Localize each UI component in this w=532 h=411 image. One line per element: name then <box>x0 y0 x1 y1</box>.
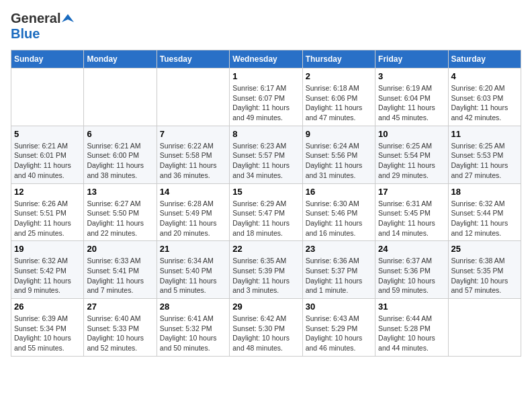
calendar-cell <box>157 68 229 126</box>
calendar-cell: 20Sunrise: 6:33 AM Sunset: 5:41 PM Dayli… <box>84 241 157 299</box>
day-info: Sunrise: 6:19 AM Sunset: 6:04 PM Dayligh… <box>378 83 445 123</box>
calendar-cell: 28Sunrise: 6:41 AM Sunset: 5:32 PM Dayli… <box>157 299 229 357</box>
logo-bird-icon <box>62 13 74 25</box>
day-number: 15 <box>232 187 299 197</box>
calendar-cell <box>11 68 84 126</box>
calendar-cell: 31Sunrise: 6:44 AM Sunset: 5:28 PM Dayli… <box>375 299 448 357</box>
calendar-cell: 10Sunrise: 6:25 AM Sunset: 5:54 PM Dayli… <box>375 126 448 183</box>
day-number: 18 <box>451 187 518 197</box>
day-info: Sunrise: 6:40 AM Sunset: 5:33 PM Dayligh… <box>87 314 153 353</box>
day-number: 19 <box>14 244 81 254</box>
calendar-table: SundayMondayTuesdayWednesdayThursdayFrid… <box>11 50 521 357</box>
calendar-week-row: 19Sunrise: 6:32 AM Sunset: 5:42 PM Dayli… <box>11 241 521 299</box>
day-info: Sunrise: 6:25 AM Sunset: 5:54 PM Dayligh… <box>378 141 445 181</box>
calendar-week-row: 12Sunrise: 6:26 AM Sunset: 5:51 PM Dayli… <box>11 183 521 241</box>
day-number: 29 <box>232 302 299 312</box>
weekday-header: Thursday <box>302 50 375 68</box>
day-info: Sunrise: 6:21 AM Sunset: 6:00 PM Dayligh… <box>87 141 153 181</box>
day-number: 30 <box>306 302 372 312</box>
day-number: 7 <box>160 129 226 139</box>
calendar-cell: 14Sunrise: 6:28 AM Sunset: 5:49 PM Dayli… <box>157 183 229 241</box>
calendar-cell: 16Sunrise: 6:30 AM Sunset: 5:46 PM Dayli… <box>302 183 375 241</box>
day-info: Sunrise: 6:33 AM Sunset: 5:41 PM Dayligh… <box>87 256 153 295</box>
day-number: 31 <box>378 302 445 312</box>
day-number: 9 <box>306 129 372 139</box>
day-number: 8 <box>232 129 299 139</box>
calendar-cell: 3Sunrise: 6:19 AM Sunset: 6:04 PM Daylig… <box>375 68 448 126</box>
day-info: Sunrise: 6:32 AM Sunset: 5:42 PM Dayligh… <box>14 256 81 295</box>
day-info: Sunrise: 6:35 AM Sunset: 5:39 PM Dayligh… <box>232 256 299 295</box>
day-info: Sunrise: 6:24 AM Sunset: 5:56 PM Dayligh… <box>306 141 372 181</box>
calendar-cell: 8Sunrise: 6:23 AM Sunset: 5:57 PM Daylig… <box>230 126 302 183</box>
calendar-cell: 26Sunrise: 6:39 AM Sunset: 5:34 PM Dayli… <box>11 299 84 357</box>
calendar-cell: 2Sunrise: 6:18 AM Sunset: 6:06 PM Daylig… <box>302 68 375 126</box>
calendar-cell: 29Sunrise: 6:42 AM Sunset: 5:30 PM Dayli… <box>230 299 302 357</box>
calendar-cell: 1Sunrise: 6:17 AM Sunset: 6:07 PM Daylig… <box>230 68 302 126</box>
day-info: Sunrise: 6:43 AM Sunset: 5:29 PM Dayligh… <box>306 314 372 353</box>
day-info: Sunrise: 6:44 AM Sunset: 5:28 PM Dayligh… <box>378 314 445 353</box>
calendar-cell: 25Sunrise: 6:38 AM Sunset: 5:35 PM Dayli… <box>448 241 521 299</box>
day-number: 1 <box>232 71 299 81</box>
calendar-cell: 15Sunrise: 6:29 AM Sunset: 5:47 PM Dayli… <box>230 183 302 241</box>
day-info: Sunrise: 6:38 AM Sunset: 5:35 PM Dayligh… <box>451 256 518 295</box>
weekday-header: Tuesday <box>157 50 229 68</box>
calendar-cell: 13Sunrise: 6:27 AM Sunset: 5:50 PM Dayli… <box>84 183 157 241</box>
day-number: 27 <box>87 302 153 312</box>
calendar-cell: 18Sunrise: 6:32 AM Sunset: 5:44 PM Dayli… <box>448 183 521 241</box>
weekday-header: Wednesday <box>230 50 302 68</box>
day-number: 26 <box>14 302 81 312</box>
day-info: Sunrise: 6:39 AM Sunset: 5:34 PM Dayligh… <box>14 314 81 353</box>
weekday-header: Saturday <box>448 50 521 68</box>
day-info: Sunrise: 6:32 AM Sunset: 5:44 PM Dayligh… <box>451 199 518 238</box>
day-number: 3 <box>378 71 445 81</box>
logo: General Blue <box>11 11 74 42</box>
calendar-cell: 24Sunrise: 6:37 AM Sunset: 5:36 PM Dayli… <box>375 241 448 299</box>
day-number: 4 <box>451 71 518 81</box>
day-info: Sunrise: 6:27 AM Sunset: 5:50 PM Dayligh… <box>87 199 153 238</box>
calendar-cell: 17Sunrise: 6:31 AM Sunset: 5:45 PM Dayli… <box>375 183 448 241</box>
weekday-header: Friday <box>375 50 448 68</box>
calendar-cell: 30Sunrise: 6:43 AM Sunset: 5:29 PM Dayli… <box>302 299 375 357</box>
day-info: Sunrise: 6:18 AM Sunset: 6:06 PM Dayligh… <box>306 83 372 123</box>
day-number: 17 <box>378 187 445 197</box>
calendar-cell: 21Sunrise: 6:34 AM Sunset: 5:40 PM Dayli… <box>157 241 229 299</box>
day-info: Sunrise: 6:17 AM Sunset: 6:07 PM Dayligh… <box>232 83 299 123</box>
logo-blue-text: Blue <box>11 26 40 41</box>
calendar-cell: 9Sunrise: 6:24 AM Sunset: 5:56 PM Daylig… <box>302 126 375 183</box>
day-info: Sunrise: 6:30 AM Sunset: 5:46 PM Dayligh… <box>306 199 372 238</box>
day-number: 28 <box>160 302 226 312</box>
day-info: Sunrise: 6:21 AM Sunset: 6:01 PM Dayligh… <box>14 141 81 181</box>
day-number: 23 <box>306 244 372 254</box>
day-number: 21 <box>160 244 226 254</box>
calendar-cell: 7Sunrise: 6:22 AM Sunset: 5:58 PM Daylig… <box>157 126 229 183</box>
calendar-week-row: 5Sunrise: 6:21 AM Sunset: 6:01 PM Daylig… <box>11 126 521 183</box>
weekday-header: Sunday <box>11 50 84 68</box>
calendar-cell: 6Sunrise: 6:21 AM Sunset: 6:00 PM Daylig… <box>84 126 157 183</box>
calendar-cell: 5Sunrise: 6:21 AM Sunset: 6:01 PM Daylig… <box>11 126 84 183</box>
day-info: Sunrise: 6:41 AM Sunset: 5:32 PM Dayligh… <box>160 314 226 353</box>
calendar-week-row: 26Sunrise: 6:39 AM Sunset: 5:34 PM Dayli… <box>11 299 521 357</box>
day-number: 13 <box>87 187 153 197</box>
calendar-cell: 22Sunrise: 6:35 AM Sunset: 5:39 PM Dayli… <box>230 241 302 299</box>
calendar-cell: 4Sunrise: 6:20 AM Sunset: 6:03 PM Daylig… <box>448 68 521 126</box>
day-info: Sunrise: 6:42 AM Sunset: 5:30 PM Dayligh… <box>232 314 299 353</box>
day-number: 12 <box>14 187 81 197</box>
day-number: 20 <box>87 244 153 254</box>
day-info: Sunrise: 6:23 AM Sunset: 5:57 PM Dayligh… <box>232 141 299 181</box>
calendar-cell <box>84 68 157 126</box>
day-info: Sunrise: 6:26 AM Sunset: 5:51 PM Dayligh… <box>14 199 81 238</box>
calendar-cell: 19Sunrise: 6:32 AM Sunset: 5:42 PM Dayli… <box>11 241 84 299</box>
day-number: 14 <box>160 187 226 197</box>
calendar-cell <box>448 299 521 357</box>
day-info: Sunrise: 6:29 AM Sunset: 5:47 PM Dayligh… <box>232 199 299 238</box>
day-number: 5 <box>14 129 81 139</box>
day-number: 24 <box>378 244 445 254</box>
day-number: 16 <box>306 187 372 197</box>
calendar-cell: 12Sunrise: 6:26 AM Sunset: 5:51 PM Dayli… <box>11 183 84 241</box>
calendar-cell: 11Sunrise: 6:25 AM Sunset: 5:53 PM Dayli… <box>448 126 521 183</box>
day-info: Sunrise: 6:31 AM Sunset: 5:45 PM Dayligh… <box>378 199 445 238</box>
calendar-cell: 23Sunrise: 6:36 AM Sunset: 5:37 PM Dayli… <box>302 241 375 299</box>
day-number: 6 <box>87 129 153 139</box>
day-info: Sunrise: 6:28 AM Sunset: 5:49 PM Dayligh… <box>160 199 226 238</box>
day-number: 2 <box>306 71 372 81</box>
